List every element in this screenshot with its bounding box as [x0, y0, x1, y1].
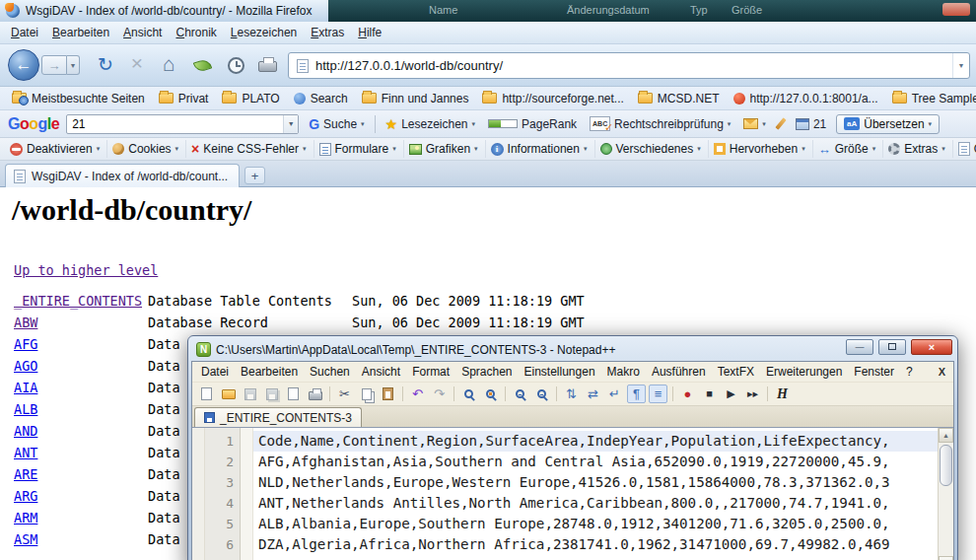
webdev-verschiedenes[interactable]: Verschiedenes▾ [595, 140, 709, 158]
np-menu-erweiterungen[interactable]: Erweiterungen [760, 363, 848, 381]
bookmark-mcsd[interactable]: MCSD.NET [632, 90, 726, 107]
np-menu-suchen[interactable]: Suchen [304, 363, 356, 381]
np-menu-ansicht[interactable]: Ansicht [356, 363, 406, 381]
stop-macro-icon[interactable]: ■ [700, 385, 719, 403]
translate-button[interactable]: aAÜbersetzen▾ [836, 114, 940, 134]
history-dropdown-button[interactable]: ▼ [67, 55, 80, 75]
listing-link[interactable]: AFG [14, 336, 37, 352]
scrollbar-thumb[interactable] [940, 445, 952, 486]
url-dropdown-button[interactable]: ▼ [952, 53, 969, 78]
listing-link[interactable]: ARG [14, 488, 37, 504]
editor-line[interactable]: NLD,Netherlands,Europe,Western Europe,41… [253, 472, 938, 493]
menu-extras[interactable]: Extras [304, 23, 351, 42]
menu-bearbeiten[interactable]: Bearbeiten [45, 23, 116, 42]
paste-icon[interactable] [379, 385, 397, 403]
google-bookmarks-button[interactable]: ★Lesezeichen▾ [383, 114, 478, 134]
vertical-scrollbar[interactable]: ▲ ▼ [938, 428, 953, 560]
np-menu-bearbeiten[interactable]: Bearbeiten [235, 363, 304, 381]
word-wrap-icon[interactable]: ↵ [605, 385, 624, 403]
zoom-in-icon[interactable] [511, 385, 529, 403]
history-clock-icon[interactable] [228, 57, 244, 74]
url-bar[interactable]: ▼ [288, 52, 970, 79]
webdev-formulare[interactable]: Formulare▾ [314, 140, 404, 158]
bookmark-plato[interactable]: PLATO [216, 90, 285, 107]
np-menubar-close-button[interactable]: X [931, 366, 953, 378]
webdev-groesse[interactable]: ↔Größe▾ [813, 140, 884, 158]
save-icon[interactable] [241, 385, 259, 403]
undo-icon[interactable]: ↶ [408, 385, 427, 403]
popup-blocker-button[interactable]: 21 [793, 115, 829, 133]
back-button[interactable]: ← [8, 49, 39, 81]
webdev-quelltext[interactable]: Quelltext▾ [953, 140, 976, 158]
np-menu-datei[interactable]: Datei [195, 363, 235, 381]
np-menu-ausfuehren[interactable]: Ausführen [646, 363, 712, 381]
replace-icon[interactable] [481, 385, 500, 403]
open-file-icon[interactable] [219, 385, 238, 403]
url-input[interactable] [315, 58, 952, 73]
editor-line[interactable]: Code,Name,Continent,Region,SurfaceArea,I… [253, 431, 938, 452]
notepad-titlebar[interactable]: N C:\Users\Martin\AppData\Local\Temp\_EN… [191, 336, 954, 361]
menu-chronik[interactable]: Chronik [169, 23, 223, 42]
print-icon[interactable] [258, 61, 277, 72]
listing-link[interactable]: _ENTIRE_CONTENTS [14, 293, 142, 309]
notepad-editor[interactable]: 1 2 3 4 5 6 Code,Name,Continent,Region,S… [192, 427, 953, 560]
textfx-icon[interactable]: H [773, 385, 792, 403]
listing-link[interactable]: ASM [14, 531, 37, 547]
new-tab-button[interactable]: + [244, 167, 265, 184]
np-menu-textfx[interactable]: TextFX [712, 363, 760, 381]
listing-link[interactable]: AND [14, 423, 37, 439]
find-icon[interactable] [459, 385, 478, 403]
run-macro-multiple-icon[interactable]: ▸▸ [743, 385, 762, 403]
listing-link[interactable]: ABW [14, 315, 37, 330]
editor-line[interactable]: AFG,Afghanistan,Asia,Southern and Centra… [253, 452, 938, 472]
bookmark-tree-samples[interactable]: Tree Samples [886, 90, 976, 107]
listing-link[interactable]: ARE [14, 466, 37, 482]
editor-line[interactable]: ALB,Albania,Europe,Southern Europe,28748… [253, 514, 938, 534]
zoom-out-icon[interactable] [532, 385, 551, 403]
webdev-css[interactable]: ×Keine CSS-Fehler▾ [186, 140, 314, 158]
maximize-button[interactable] [878, 339, 906, 355]
listing-link[interactable]: AIA [14, 380, 37, 395]
np-menu-einstellungen[interactable]: Einstellungen [519, 363, 601, 381]
redo-icon[interactable]: ↷ [430, 385, 449, 403]
webdev-hervorheben[interactable]: Hervorheben▾ [709, 140, 813, 158]
new-file-icon[interactable] [197, 385, 216, 403]
menu-hilfe[interactable]: Hilfe [351, 23, 388, 42]
webdev-cookies[interactable]: Cookies▾ [107, 140, 186, 158]
close-button[interactable]: × [911, 339, 952, 355]
up-to-higher-level-link[interactable]: Up to higher level [14, 262, 158, 278]
pagerank-widget[interactable]: PageRank [485, 115, 580, 133]
listing-link[interactable]: AGO [14, 358, 37, 374]
tab-wsgidav[interactable]: WsgiDAV - Index of /world-db/count... [5, 164, 240, 187]
webdev-extras[interactable]: Extras▾ [883, 140, 953, 158]
spellcheck-button[interactable]: ABC✓Rechtschreibprüfung▾ [587, 114, 733, 133]
scroll-down-arrow-icon[interactable]: ▼ [939, 556, 953, 560]
np-menu-makro[interactable]: Makro [601, 363, 646, 381]
print-icon[interactable] [306, 385, 324, 403]
indent-guide-icon[interactable]: ≡ [649, 385, 667, 403]
listing-link[interactable]: ARM [14, 510, 37, 525]
webdev-informationen[interactable]: iInformationen▾ [486, 140, 595, 158]
np-menu-help[interactable]: ? [900, 363, 919, 381]
bookmark-sourceforge[interactable]: http://sourceforge.net... [476, 90, 629, 107]
stop-button[interactable]: × [124, 52, 150, 73]
bookmark-finn-und-jannes[interactable]: Finn und Jannes [356, 90, 475, 107]
forward-button[interactable]: → [41, 55, 67, 75]
bookmark-localhost-8001[interactable]: http://127.0.0.1:8001/a... [728, 90, 884, 107]
listing-link[interactable]: ANT [14, 445, 37, 460]
bookmark-search[interactable]: Search [288, 90, 354, 107]
webdev-grafiken[interactable]: Grafiken▾ [404, 140, 486, 158]
notepad-tab-entire-contents[interactable]: _ENTIRE_CONTENTS-3 [194, 407, 362, 427]
bookmark-most-visited[interactable]: Meistbesuchte Seiten [6, 90, 151, 107]
notepad-plus-plus-window[interactable]: N C:\Users\Martin\AppData\Local\Temp\_EN… [187, 335, 958, 560]
np-menu-sprachen[interactable]: Sprachen [455, 363, 518, 381]
record-macro-icon[interactable]: ● [678, 385, 697, 403]
refresh-button[interactable]: ↻ [93, 55, 118, 74]
sync-vertical-icon[interactable]: ⇅ [562, 385, 581, 403]
menu-lesezeichen[interactable]: Lesezeichen [224, 23, 304, 42]
cut-icon[interactable]: ✂ [335, 385, 354, 403]
highlighter-button[interactable] [776, 115, 786, 132]
minimize-button[interactable]: — [846, 339, 873, 355]
copy-icon[interactable] [357, 385, 376, 403]
menu-ansicht[interactable]: Ansicht [116, 23, 169, 42]
